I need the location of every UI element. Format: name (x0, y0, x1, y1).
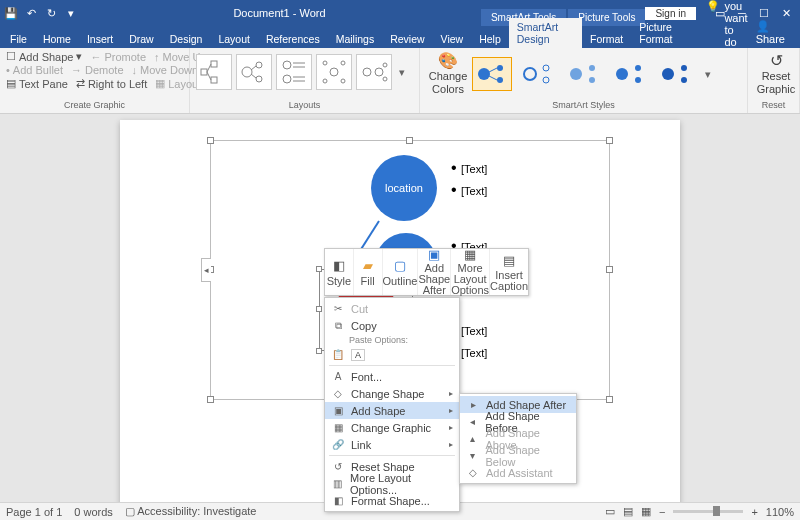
style-thumb-4[interactable] (610, 57, 650, 91)
resize-handle[interactable] (606, 266, 613, 273)
promote-button[interactable]: ← Promote (90, 50, 146, 63)
resize-handle[interactable] (316, 348, 322, 354)
bullet-text-1[interactable]: • [Text] (451, 159, 487, 177)
tab-insert[interactable]: Insert (79, 30, 121, 48)
svg-point-17 (323, 61, 327, 65)
layouts-more-icon[interactable]: ▾ (396, 66, 408, 79)
svg-point-25 (478, 68, 490, 80)
reset-graphic-button[interactable]: ↺ Reset Graphic (754, 50, 798, 98)
accessibility-status[interactable]: ▢ Accessibility: Investigate (125, 505, 257, 518)
mini-style-button[interactable]: ◧Style (325, 249, 354, 295)
resize-handle[interactable] (316, 306, 322, 312)
layout-thumb-4[interactable] (316, 54, 352, 90)
text-pane-button[interactable]: ▤ Text Pane (6, 77, 68, 90)
tab-layout[interactable]: Layout (210, 30, 258, 48)
resize-handle[interactable] (316, 266, 322, 272)
style-thumb-3[interactable] (564, 57, 604, 91)
add-bullet-button[interactable]: • Add Bullet (6, 64, 63, 76)
tab-help[interactable]: Help (471, 30, 509, 48)
resize-handle[interactable] (606, 396, 613, 403)
ctx-paste-option[interactable]: 📋A (325, 346, 459, 363)
mini-toolbar: ◧Style ▰Fill ▢Outline ▣Add Shape After ▦… (324, 248, 529, 296)
style-thumb-5[interactable] (656, 57, 696, 91)
resize-handle[interactable] (207, 396, 214, 403)
tab-file[interactable]: File (2, 30, 35, 48)
right-to-left-button[interactable]: ⇄ Right to Left (76, 77, 147, 90)
sub-add-below[interactable]: ▾Add Shape Below (460, 447, 576, 464)
word-count[interactable]: 0 words (74, 506, 113, 518)
demote-button[interactable]: → Demote (71, 64, 124, 76)
tab-smartart-design[interactable]: SmartArt Design (509, 18, 582, 48)
sub-add-assistant[interactable]: ◇Add Assistant (460, 464, 576, 481)
ctx-change-graphic[interactable]: ▦Change Graphic▸ (325, 419, 459, 436)
move-down-button[interactable]: ↓ Move Down (132, 64, 199, 76)
qat-dropdown-icon[interactable]: ▾ (64, 6, 78, 20)
change-colors-button[interactable]: 🎨 Change Colors (426, 53, 470, 95)
zoom-in-icon[interactable]: + (751, 506, 757, 518)
layout-thumb-2[interactable] (236, 54, 272, 90)
mini-insert-caption-button[interactable]: ▤Insert Caption (490, 249, 528, 295)
view-print-icon[interactable]: ▤ (623, 505, 633, 518)
layout-thumb-5[interactable] (356, 54, 392, 90)
add-below-icon: ▾ (466, 450, 480, 461)
styles-more-icon[interactable]: ▾ (702, 68, 714, 81)
zoom-out-icon[interactable]: − (659, 506, 665, 518)
resize-handle[interactable] (606, 137, 613, 144)
tab-format[interactable]: Format (582, 30, 631, 48)
view-read-icon[interactable]: ▭ (605, 505, 615, 518)
zoom-slider[interactable] (673, 510, 743, 513)
svg-rect-0 (201, 69, 207, 75)
tab-design[interactable]: Design (162, 30, 211, 48)
tab-view[interactable]: View (433, 30, 472, 48)
share-button[interactable]: 👤 Share (748, 17, 798, 48)
svg-point-38 (635, 77, 641, 83)
bullet-text-2[interactable]: • [Text] (451, 181, 487, 199)
svg-point-33 (570, 68, 582, 80)
chevron-right-icon: ▸ (449, 389, 453, 398)
tab-mailings[interactable]: Mailings (328, 30, 383, 48)
ctx-cut[interactable]: ✂Cut (325, 300, 459, 317)
svg-line-29 (489, 76, 497, 80)
resize-handle[interactable] (406, 137, 413, 144)
context-menu: ✂Cut ⧉Copy Paste Options: 📋A AFont... ◇C… (324, 297, 460, 512)
mini-outline-button[interactable]: ▢Outline (383, 249, 419, 295)
add-shape-button[interactable]: ☐ Add Shape ▾ (6, 50, 82, 63)
ctx-more-layout[interactable]: ▥More Layout Options... (325, 475, 459, 492)
undo-icon[interactable]: ↶ (24, 6, 38, 20)
mini-add-shape-button[interactable]: ▣Add Shape After (418, 249, 451, 295)
save-icon[interactable]: 💾 (4, 6, 18, 20)
layouts-gallery[interactable]: ▾ (196, 50, 413, 94)
styles-label: SmartArt Styles (426, 100, 741, 111)
ctx-copy[interactable]: ⧉Copy (325, 317, 459, 334)
layout-thumb-3[interactable] (276, 54, 312, 90)
ctx-change-shape[interactable]: ◇Change Shape▸ (325, 385, 459, 402)
tab-references[interactable]: References (258, 30, 328, 48)
smartart-node-1[interactable]: location (371, 155, 437, 221)
mini-layout-options-button[interactable]: ▦More Layout Options (451, 249, 490, 295)
layout-thumb-1[interactable] (196, 54, 232, 90)
resize-handle[interactable] (207, 137, 214, 144)
ctx-font[interactable]: AFont... (325, 368, 459, 385)
style-thumb-2[interactable] (518, 57, 558, 91)
tell-me-search[interactable]: 💡 Tell me what you want to do (698, 0, 747, 48)
ctx-add-shape[interactable]: ▣Add Shape▸ (325, 402, 459, 419)
svg-rect-1 (211, 61, 217, 67)
format-icon: ◧ (331, 495, 345, 506)
redo-icon[interactable]: ↻ (44, 6, 58, 20)
tab-home[interactable]: Home (35, 30, 79, 48)
tab-review[interactable]: Review (382, 30, 432, 48)
page-indicator[interactable]: Page 1 of 1 (6, 506, 62, 518)
text-pane-expand-tab[interactable]: ◂ (201, 258, 211, 282)
view-web-icon[interactable]: ▦ (641, 505, 651, 518)
caption-icon: ▤ (501, 252, 517, 268)
layouts-label: Layouts (196, 100, 413, 111)
ctx-format-shape[interactable]: ◧Format Shape... (325, 492, 459, 509)
ctx-link[interactable]: 🔗Link▸ (325, 436, 459, 453)
style-thumb-1[interactable] (472, 57, 512, 91)
ctx-paste-options-label: Paste Options: (325, 334, 459, 346)
mini-fill-button[interactable]: ▰Fill (354, 249, 383, 295)
tab-draw[interactable]: Draw (121, 30, 162, 48)
tab-picture-format[interactable]: Picture Format (631, 18, 698, 48)
styles-gallery[interactable]: ▾ (470, 53, 716, 95)
zoom-level[interactable]: 110% (766, 506, 794, 518)
